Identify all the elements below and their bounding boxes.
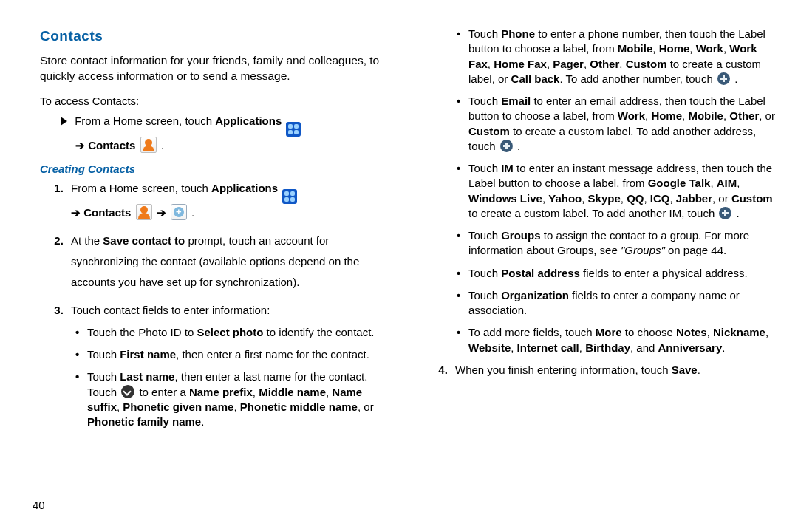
plus-icon [719, 207, 732, 219]
bold-text: First name [120, 348, 176, 361]
arrow-icon: ➔ [75, 139, 85, 151]
bold-text: Phonetic middle name [240, 400, 358, 413]
bullet: Touch First name, then enter a first nam… [71, 347, 393, 362]
section-heading: Contacts [40, 27, 393, 46]
add-icon [171, 204, 187, 220]
subsection-heading: Creating Contacts [40, 162, 393, 177]
text: to enter a [139, 386, 189, 398]
right-bullets: Touch Phone to enter a phone number, the… [452, 27, 777, 355]
bold-text: Last name [120, 370, 174, 383]
text: , then enter a first name for the contac… [176, 348, 369, 361]
intro-text: Store contact information for your frien… [40, 53, 393, 84]
bullet: Touch Phone to enter a phone number, the… [452, 27, 777, 86]
applications-label: Applications [215, 115, 282, 127]
bold-text: Phonetic given name [123, 400, 233, 413]
text: Touch contact fields to enter informatio… [71, 304, 270, 316]
text: . [191, 206, 194, 219]
bold-text: Select photo [197, 326, 263, 338]
contacts-icon [136, 204, 152, 220]
bold-text: Phonetic family name [87, 415, 201, 428]
applications-icon [286, 122, 301, 137]
bullet: Touch the Photo ID to Select photo to id… [71, 325, 393, 340]
bold-text: Name prefix [189, 386, 253, 398]
bold-text: Save contact to [103, 234, 185, 247]
access-lead: To access Contacts: [40, 94, 393, 109]
bullet: Touch IM to enter an instant message add… [452, 161, 777, 221]
page-number: 40 [33, 499, 45, 511]
bold-text: Save [672, 364, 698, 376]
text: At the [71, 234, 103, 247]
triangle-icon [61, 117, 67, 126]
text: . [161, 139, 164, 151]
contacts-label: Contacts [88, 139, 135, 151]
text: . [201, 415, 204, 428]
contacts-icon [140, 137, 157, 153]
text: to identify the contact. [263, 326, 374, 338]
text: , [253, 386, 259, 398]
step-4: When you finish entering information, to… [451, 363, 777, 378]
bullet: Touch Groups to assign the contact to a … [452, 228, 777, 259]
step-1: From a Home screen, touch Applications ➔… [66, 181, 393, 220]
bullet: Touch Email to enter an email address, t… [452, 94, 777, 154]
text: , or [358, 400, 374, 413]
arrow-icon: ➔ [71, 206, 81, 219]
bold-text: Middle name [259, 386, 326, 398]
text: Touch [87, 370, 120, 383]
plus-icon [500, 140, 513, 152]
text: From a Home screen, touch [75, 115, 215, 127]
text: When you finish entering information, to… [455, 364, 672, 376]
text: . [698, 364, 700, 376]
steps-list: From a Home screen, touch Applications ➔… [66, 181, 393, 429]
bullet: To add more fields, touch More to choose… [452, 325, 777, 355]
text: Touch the Photo ID to [87, 326, 197, 338]
left-column: Contacts Store contact information for y… [40, 27, 393, 514]
plus-icon [717, 72, 730, 85]
inner-bullets: Touch the Photo ID to Select photo to id… [71, 325, 393, 430]
cross-ref: "Groups" [621, 244, 665, 256]
text: , [233, 400, 239, 413]
text: From a Home screen, touch [71, 182, 211, 194]
access-step: From a Home screen, touch Applications ➔… [40, 114, 393, 153]
applications-icon [282, 189, 297, 204]
bullet: Touch Last name, then enter a last name … [71, 369, 393, 429]
steps-continued: When you finish entering information, to… [451, 363, 777, 378]
bullet: Touch Postal address fields to enter a p… [452, 266, 777, 281]
step-3: Touch contact fields to enter informatio… [66, 303, 393, 430]
arrow-icon: ➔ [157, 206, 166, 219]
step-2: At the Save contact to prompt, touch an … [66, 231, 393, 292]
manual-page: Contacts Store contact information for y… [0, 0, 798, 514]
arrow-line: ➔ Contacts . [75, 139, 164, 151]
contacts-label: Contacts [83, 206, 131, 219]
applications-label: Applications [211, 182, 278, 194]
bullet: Touch Organization fields to enter a com… [452, 288, 777, 318]
right-column: Touch Phone to enter a phone number, the… [424, 27, 777, 514]
chevron-down-icon [121, 385, 134, 398]
text: Touch [87, 348, 120, 361]
